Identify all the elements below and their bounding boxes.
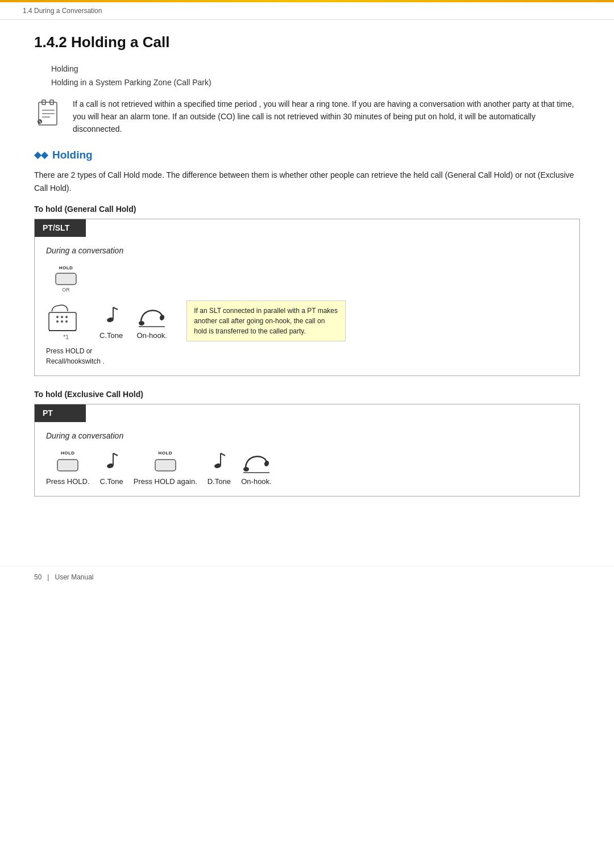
exclusive-dtone-label: D.Tone <box>208 476 231 487</box>
page-number: 50 <box>34 572 42 582</box>
svg-point-11 <box>61 316 63 318</box>
hold-label: HOLD <box>59 265 73 272</box>
handset-exclusive-onhook-icon <box>241 451 272 474</box>
hold-button-2-svg <box>155 459 176 471</box>
svg-point-14 <box>61 320 63 323</box>
svg-point-20 <box>139 321 144 326</box>
exclusive-ctone-label: C.Tone <box>100 476 123 487</box>
svg-point-15 <box>65 320 68 323</box>
exclusive-steps-row: HOLD Press HOLD. C.Tone <box>46 450 568 487</box>
svg-point-10 <box>56 316 59 318</box>
svg-point-31 <box>243 467 249 471</box>
press-hold-again-label: Press HOLD again. <box>134 476 197 487</box>
toc-item-1: Holding <box>51 62 580 76</box>
hold-button-svg <box>55 273 77 285</box>
main-content: 1.4.2 Holding a Call Holding Holding in … <box>0 20 614 543</box>
svg-point-12 <box>65 316 68 318</box>
section-title-holding: ◆◆ Holding <box>34 147 580 164</box>
svg-line-30 <box>221 453 225 456</box>
page-title: 1.4.2 Holding a Call <box>34 31 580 53</box>
ctone-step: C.Tone <box>99 305 123 341</box>
svg-point-21 <box>159 314 165 321</box>
toc-item-2: Holding in a System Parking Zone (Call P… <box>51 76 580 90</box>
exclusive-hold-body: During a conversation HOLD Press HOLD. <box>35 422 579 496</box>
svg-rect-23 <box>57 460 78 471</box>
press-hold-footnote: Press HOLD orRecall/hookswitch . <box>46 346 568 366</box>
or-label: OR <box>62 286 70 294</box>
music-note-icon <box>103 305 120 328</box>
svg-rect-8 <box>56 273 76 285</box>
general-hold-body: During a conversation HOLD OR <box>35 237 579 375</box>
svg-point-13 <box>56 320 59 323</box>
exclusive-ctone-step: C.Tone <box>100 451 123 487</box>
footer-label: User Manual <box>55 572 93 582</box>
exclusive-step2: HOLD Press HOLD again. <box>134 450 197 487</box>
footnote-star1: *1 <box>63 333 68 341</box>
notepad-icon <box>34 99 64 128</box>
note-text: If a call is not retrieved within a spec… <box>73 98 580 136</box>
footer-separator: | <box>47 572 49 582</box>
onhook-step: On-hook. <box>136 305 167 341</box>
music-note-ctone-icon <box>103 451 120 474</box>
phone-hold-group: HOLD OR <box>46 265 86 341</box>
ctone-label: C.Tone <box>99 330 123 341</box>
svg-line-26 <box>113 453 118 456</box>
exclusive-hold-title: To hold (Exclusive Call Hold) <box>34 389 580 400</box>
exclusive-dtone-step: D.Tone <box>208 451 231 487</box>
pt-slt-header: PT/SLT <box>35 219 86 237</box>
note-box: If a call is not retrieved within a spec… <box>34 98 580 136</box>
note-icon <box>34 99 64 128</box>
section-title-text: Holding <box>52 147 93 164</box>
hold-label-1: HOLD <box>61 450 75 457</box>
exclusive-onhook-step: On-hook. <box>241 451 272 487</box>
hold-button-1-svg <box>57 459 78 471</box>
svg-point-32 <box>264 460 270 466</box>
breadcrumb: 1.4 During a Conversation <box>0 2 614 20</box>
desk-phone-icon <box>46 295 86 335</box>
general-hold-title: To hold (General Call Hold) <box>34 203 580 215</box>
press-hold-label: Press HOLD. <box>46 476 90 487</box>
svg-rect-27 <box>155 460 176 471</box>
exclusive-step1: HOLD Press HOLD. <box>46 450 90 487</box>
exclusive-onhook-label: On-hook. <box>241 476 271 487</box>
general-steps-row: HOLD OR <box>46 265 568 341</box>
during-conv-1: During a conversation <box>46 245 568 257</box>
callout-note: If an SLT connected in parallel with a P… <box>186 301 346 341</box>
section-description: There are 2 types of Call Hold mode. The… <box>34 169 580 194</box>
music-note-dtone-icon <box>210 451 227 474</box>
svg-line-19 <box>113 307 118 310</box>
during-conv-2: During a conversation <box>46 430 568 442</box>
onhook-label: On-hook. <box>136 330 167 341</box>
exclusive-hold-box: PT During a conversation HOLD Press HOLD… <box>34 404 580 497</box>
general-hold-box: PT/SLT During a conversation HOLD OR <box>34 219 580 376</box>
toc-links: Holding Holding in a System Parking Zone… <box>51 62 580 90</box>
handset-onhook-icon <box>136 305 167 328</box>
pt-header: PT <box>35 404 86 422</box>
page-footer: 50 | User Manual <box>0 566 614 588</box>
diamonds-icon: ◆◆ <box>34 148 48 162</box>
hold-label-2: HOLD <box>158 450 172 457</box>
